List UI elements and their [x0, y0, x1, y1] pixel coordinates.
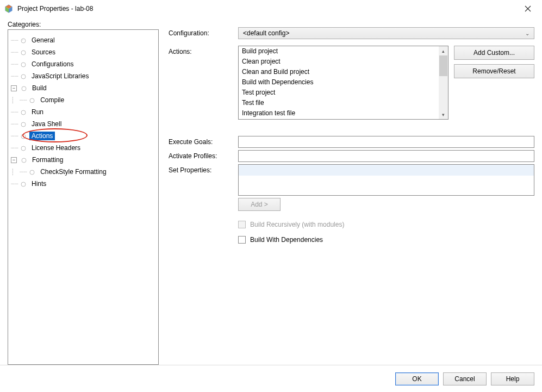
tree-item-sources[interactable]: ┈┈ Sources: [9, 46, 156, 58]
bullet-icon: [21, 73, 26, 79]
bullet-icon: [29, 169, 35, 175]
list-item[interactable]: Clean project: [239, 57, 439, 67]
remove-reset-button[interactable]: Remove/Reset: [454, 64, 534, 78]
set-properties-input[interactable]: [238, 164, 534, 196]
svg-point-15: [21, 134, 26, 139]
build-recursively-checkbox[interactable]: [238, 221, 246, 228]
bullet-icon: [21, 133, 26, 139]
bullet-icon: [21, 49, 26, 55]
tree-item-jslibs[interactable]: ┈┈ JavaScript Libraries: [9, 70, 156, 82]
list-item[interactable]: Build project: [239, 46, 439, 57]
svg-point-8: [21, 51, 26, 55]
tree-item-configurations[interactable]: ┈┈ Configurations: [9, 58, 156, 70]
help-button[interactable]: Help: [491, 372, 534, 385]
tree-item-compile[interactable]: ┊ ┈┈ Compile: [9, 94, 156, 106]
tree-item-license[interactable]: ┈┈ License Headers: [9, 142, 156, 154]
svg-point-12: [30, 98, 34, 103]
tree-item-hints[interactable]: ┈┈ Hints: [9, 178, 156, 190]
list-item[interactable]: Integration test file: [239, 108, 439, 119]
svg-point-17: [22, 158, 26, 163]
svg-point-16: [21, 146, 26, 151]
collapse-icon[interactable]: −: [11, 157, 17, 163]
add-property-button[interactable]: Add >: [238, 198, 281, 211]
actions-label: Actions:: [169, 46, 238, 55]
cancel-button[interactable]: Cancel: [443, 372, 487, 385]
bullet-icon: [21, 109, 26, 115]
close-button[interactable]: [515, 1, 540, 17]
svg-point-6: [21, 39, 26, 43]
svg-point-18: [30, 170, 34, 175]
window-title: Project Properties - lab-08: [17, 5, 515, 13]
list-item[interactable]: Clean and Build project: [239, 67, 439, 77]
svg-point-10: [21, 74, 26, 79]
dialog-footer: OK Cancel Help: [0, 365, 542, 392]
svg-point-19: [21, 182, 26, 186]
bullet-icon: [21, 145, 26, 151]
list-item[interactable]: Build with Dependencies: [239, 77, 439, 88]
chevron-down-icon: ⌄: [525, 30, 529, 36]
collapse-icon[interactable]: −: [11, 85, 17, 91]
close-icon: [525, 5, 531, 12]
tree-item-general[interactable]: ┈┈ General: [9, 34, 156, 46]
tree-item-run[interactable]: ┈┈ Run: [9, 106, 156, 118]
add-custom-button[interactable]: Add Custom...: [454, 46, 534, 60]
titlebar: Project Properties - lab-08: [0, 0, 542, 17]
categories-label: Categories:: [8, 21, 159, 28]
build-with-deps-label: Build With Dependencies: [250, 236, 323, 244]
execute-goals-label: Execute Goals:: [169, 136, 238, 146]
configuration-value: <default config>: [243, 29, 289, 37]
tree-item-javashell[interactable]: ┈┈ Java Shell: [9, 118, 156, 130]
bullet-icon: [21, 61, 26, 67]
svg-point-13: [21, 110, 26, 115]
tree-item-formatting[interactable]: − Formatting: [9, 154, 156, 166]
activate-profiles-label: Activate Profiles:: [169, 150, 238, 160]
scroll-up-icon[interactable]: ▴: [439, 46, 448, 55]
tree-item-checkstyle[interactable]: ┊ ┈┈ CheckStyle Formatting: [9, 166, 156, 178]
list-item[interactable]: Test project: [239, 88, 439, 98]
project-properties-dialog: Project Properties - lab-08 Categories: …: [0, 0, 542, 392]
netbeans-icon: [4, 4, 13, 13]
bullet-icon: [21, 85, 27, 91]
configuration-label: Configuration:: [169, 27, 238, 37]
bullet-icon: [21, 181, 26, 186]
execute-goals-input[interactable]: [238, 136, 534, 148]
activate-profiles-input[interactable]: [238, 150, 534, 162]
scroll-down-icon[interactable]: ▾: [439, 110, 448, 119]
bullet-icon: [21, 38, 26, 43]
scrollbar[interactable]: ▴ ▾: [439, 46, 448, 119]
scroll-thumb[interactable]: [439, 55, 447, 76]
svg-point-9: [21, 63, 26, 67]
build-with-deps-checkbox[interactable]: [238, 236, 246, 244]
svg-point-14: [21, 122, 26, 127]
bullet-icon: [21, 157, 27, 163]
list-item[interactable]: Test file: [239, 98, 439, 108]
actions-listbox[interactable]: Build project Clean project Clean and Bu…: [238, 46, 448, 120]
ok-button[interactable]: OK: [395, 372, 439, 385]
svg-point-7: [22, 39, 23, 41]
categories-tree[interactable]: ┈┈ General ┈┈ Sources ┈┈ Configurations …: [8, 29, 159, 365]
build-recursively-label: Build Recursively (with modules): [250, 221, 344, 228]
svg-point-11: [22, 86, 26, 91]
tree-item-actions[interactable]: ┈┈ Actions: [9, 130, 156, 142]
tree-item-build[interactable]: − Build: [9, 82, 156, 94]
bullet-icon: [21, 121, 26, 127]
bullet-icon: [29, 97, 35, 103]
set-properties-label: Set Properties:: [169, 164, 238, 174]
configuration-select[interactable]: <default config> ⌄: [238, 27, 534, 39]
